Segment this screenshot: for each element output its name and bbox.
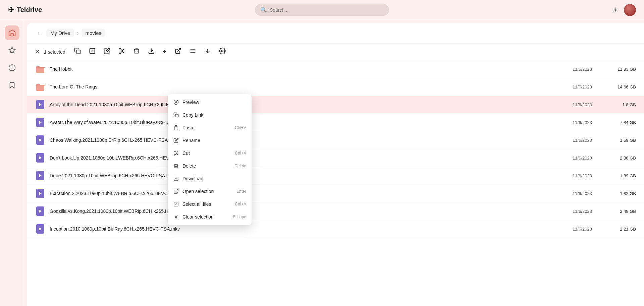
menu-icon-open-selection [173, 188, 179, 194]
context-menu-select-all[interactable]: Select all files Ctrl+A [168, 198, 252, 210]
menu-label-copy-link: Copy Link [182, 112, 246, 118]
duplicate-button[interactable] [72, 46, 83, 57]
menu-label-paste: Paste [182, 125, 231, 130]
context-menu-cut[interactable]: Cut Ctrl+X [168, 147, 252, 160]
svg-rect-27 [175, 125, 177, 126]
context-menu-preview[interactable]: Preview [168, 96, 252, 109]
folder-icon [35, 81, 46, 92]
file-name: Army.of.the.Dead.2021.1080p.10bit.WEBRip… [50, 102, 562, 107]
deselect-button[interactable]: ✕ [35, 48, 40, 56]
breadcrumb-my-drive[interactable]: My Drive [46, 29, 74, 37]
video-file-icon [35, 135, 46, 145]
file-date: 11/6/2023 [562, 191, 602, 196]
table-row[interactable]: Inception.2010.1080p.10bit.BluRay.6CH.x2… [27, 220, 644, 238]
menu-label-download: Download [182, 176, 246, 181]
video-file-icon [35, 99, 46, 110]
add-button[interactable]: + [161, 47, 169, 57]
svg-point-29 [174, 151, 175, 152]
cut-button[interactable] [116, 46, 127, 57]
svg-marker-22 [39, 209, 42, 213]
file-size: 1.59 GB [602, 138, 636, 143]
file-date: 11/6/2023 [562, 173, 602, 178]
file-date: 11/6/2023 [562, 102, 602, 107]
context-menu-open-selection[interactable]: Open selection Enter [168, 185, 252, 198]
user-avatar[interactable] [624, 4, 636, 16]
table-row[interactable]: The Hobbit 11/6/2023 11.83 GB [27, 60, 644, 78]
sort-button[interactable] [202, 46, 213, 57]
context-menu-download[interactable]: Download [168, 172, 252, 185]
file-date: 11/6/2023 [562, 156, 602, 161]
file-size: 14.66 GB [602, 84, 636, 89]
svg-rect-26 [175, 114, 178, 117]
back-button[interactable]: ← [35, 28, 44, 38]
svg-marker-0 [9, 30, 15, 36]
svg-marker-19 [39, 156, 42, 160]
svg-marker-21 [39, 192, 42, 195]
breadcrumb-movies[interactable]: movies [82, 29, 106, 37]
toolbar: ✕ 1 selected [27, 44, 644, 60]
file-list: The Hobbit 11/6/2023 11.83 GB The Lord O… [27, 60, 644, 306]
file-name: Extraction.2.2023.1080p.10bit.WEBRip.6CH… [50, 191, 562, 196]
table-row[interactable]: Extraction.2.2023.1080p.10bit.WEBRip.6CH… [27, 185, 644, 202]
video-file-icon [35, 224, 46, 234]
selection-count: 1 selected [44, 49, 65, 55]
delete-button[interactable] [131, 46, 142, 57]
sidebar-item-home[interactable] [5, 25, 19, 40]
context-menu-clear-selection[interactable]: Clear selection Escape [168, 210, 252, 223]
menu-icon-cut [173, 150, 179, 156]
file-size: 7.84 GB [602, 120, 636, 125]
svg-line-10 [177, 49, 180, 52]
menu-label-open-selection: Open selection [182, 189, 233, 194]
context-menu-paste[interactable]: Paste Ctrl+V [168, 121, 252, 134]
video-file-icon [35, 188, 46, 199]
svg-marker-16 [39, 103, 42, 106]
table-row[interactable]: Don't.Look.Up.2021.1080p.10bit.WEBRip.6C… [27, 149, 644, 167]
sidebar-item-recent[interactable] [5, 60, 19, 75]
menu-shortcut-select-all: Ctrl+A [235, 202, 246, 206]
svg-marker-20 [39, 174, 42, 177]
sidebar-item-bookmarks[interactable] [5, 78, 19, 93]
table-row[interactable]: Dune.2021.1080p.10bit.WEBRip.6CH.x265.HE… [27, 167, 644, 185]
menu-shortcut-paste: Ctrl+V [235, 125, 246, 130]
context-menu-rename[interactable]: Rename [168, 134, 252, 147]
video-file-icon [35, 117, 46, 128]
app-logo[interactable]: ✈ Teldrive [8, 6, 42, 14]
table-row[interactable]: Avatar.The.Way.of.Water.2022.1080p.10bit… [27, 114, 644, 131]
edit-button[interactable] [102, 46, 112, 57]
menu-label-preview: Preview [182, 100, 246, 105]
app-title: Teldrive [17, 6, 42, 14]
table-row[interactable]: Army.of.the.Dead.2021.1080p.10bit.WEBRip… [27, 96, 644, 114]
table-row[interactable]: The Lord Of The Rings 11/6/2023 14.66 GB [27, 78, 644, 96]
file-name: Don't.Look.Up.2021.1080p.10bit.WEBRip.6C… [50, 155, 562, 161]
copy-button[interactable] [87, 46, 98, 57]
search-input[interactable] [270, 7, 384, 13]
download-button[interactable] [146, 46, 157, 57]
content-area: ← My Drive › movies ✕ 1 selected [27, 23, 644, 306]
theme-toggle-button[interactable]: ☀ [612, 6, 619, 14]
svg-point-6 [119, 48, 120, 49]
context-menu-copy-link[interactable]: Copy Link [168, 109, 252, 121]
context-menu-delete[interactable]: Delete Delete [168, 160, 252, 172]
file-name: Avatar.The.Way.of.Water.2022.1080p.10bit… [50, 120, 562, 125]
table-row[interactable]: Godzilla.vs.Kong.2021.1080p.10bit.WEBRip… [27, 202, 644, 220]
table-row[interactable]: Chaos.Walking.2021.1080p.BrRip.6CH.x265.… [27, 131, 644, 149]
open-external-button[interactable] [173, 46, 183, 57]
menu-icon-download [173, 176, 179, 182]
context-menu: Preview Copy Link Paste Ctrl+V Rename Cu… [168, 94, 252, 225]
file-date: 11/6/2023 [562, 84, 602, 89]
menu-label-clear-selection: Clear selection [182, 214, 229, 220]
file-date: 11/6/2023 [562, 138, 602, 143]
menu-label-cut: Cut [182, 150, 231, 156]
menu-label-rename: Rename [182, 138, 246, 143]
sidebar-item-starred[interactable] [5, 43, 19, 58]
more-settings-button[interactable] [217, 46, 228, 57]
svg-point-25 [175, 102, 177, 103]
list-view-button[interactable] [187, 46, 198, 57]
file-name: Chaos.Walking.2021.1080p.BrRip.6CH.x265.… [50, 137, 562, 143]
avatar-image [624, 4, 636, 16]
svg-marker-23 [39, 227, 42, 231]
file-name: The Hobbit [50, 66, 562, 72]
search-bar: 🔍 [255, 4, 389, 16]
svg-marker-18 [39, 138, 42, 142]
menu-icon-copy-link [173, 112, 179, 118]
